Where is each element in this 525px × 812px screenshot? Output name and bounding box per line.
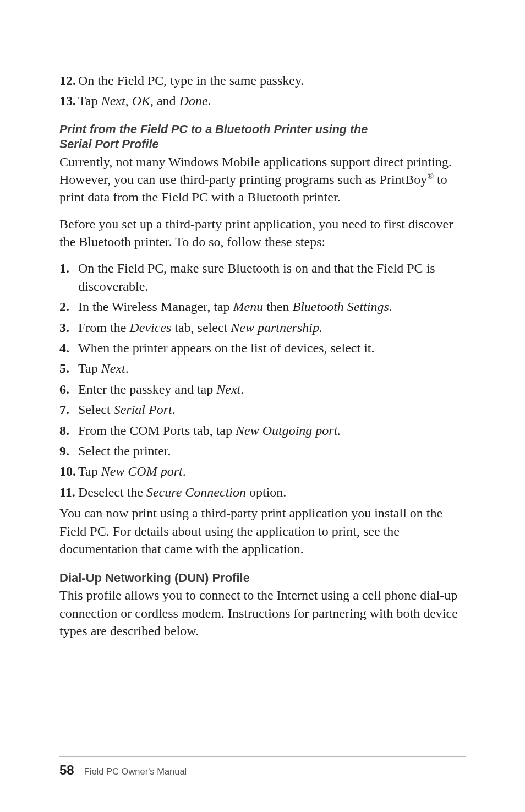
text-italic: Next bbox=[101, 94, 125, 108]
paragraph: This profile allows you to connect to th… bbox=[59, 586, 466, 640]
list-text: Select the printer. bbox=[78, 442, 466, 460]
list-item: 6. Enter the passkey and tap Next. bbox=[59, 380, 466, 398]
text-italic: New COM port bbox=[101, 464, 183, 478]
text-run: Tap bbox=[78, 361, 101, 375]
list-text: In the Wireless Manager, tap Menu then B… bbox=[78, 298, 466, 315]
list-item: 1. On the Field PC, make sure Bluetooth … bbox=[59, 259, 466, 295]
text-run: . bbox=[125, 361, 129, 375]
section-heading: Dial-Up Networking (DUN) Profile bbox=[59, 571, 466, 585]
list-item: 12. On the Field PC, type in the same pa… bbox=[59, 72, 466, 89]
text-run: . bbox=[183, 464, 186, 478]
list-item: 2. In the Wireless Manager, tap Menu the… bbox=[59, 298, 466, 315]
text-run: . bbox=[208, 94, 211, 108]
list-text: On the Field PC, type in the same passke… bbox=[78, 72, 466, 89]
list-text: When the printer appears on the list of … bbox=[78, 339, 466, 357]
list-number: 12. bbox=[59, 72, 78, 89]
text-italic: Devices bbox=[129, 320, 171, 335]
page: 12. On the Field PC, type in the same pa… bbox=[0, 0, 525, 812]
list-number: 3. bbox=[59, 319, 78, 336]
list-item: 7. Select Serial Port. bbox=[59, 401, 466, 418]
list-item: 13. Tap Next, OK, and Done. bbox=[59, 92, 466, 110]
text-run: . bbox=[389, 299, 392, 314]
list-text: On the Field PC, make sure Bluetooth is … bbox=[78, 259, 466, 295]
text-italic: Serial Port bbox=[114, 402, 172, 417]
page-footer: 58 Field PC Owner's Manual bbox=[59, 756, 466, 778]
list-item: 9. Select the printer. bbox=[59, 442, 466, 460]
paragraph: You can now print using a third-party pr… bbox=[59, 504, 466, 558]
text-italic: Done bbox=[179, 94, 208, 108]
section-subheading: Print from the Field PC to a Bluetooth P… bbox=[59, 122, 466, 152]
text-run: option. bbox=[246, 485, 286, 499]
subheading-line: Serial Port Profile bbox=[59, 138, 158, 151]
list-item: 5. Tap Next. bbox=[59, 359, 466, 377]
list-text: From the COM Ports tab, tap New Outgoing… bbox=[78, 422, 466, 439]
list-number: 2. bbox=[59, 298, 78, 315]
list-number: 11. bbox=[59, 483, 78, 501]
text-run: In the Wireless Manager, tap bbox=[78, 299, 233, 314]
list-number: 9. bbox=[59, 442, 78, 460]
text-run: then bbox=[263, 299, 292, 314]
text-italic: New partnership. bbox=[231, 320, 322, 335]
list-number: 13. bbox=[59, 92, 78, 110]
list-item: 3. From the Devices tab, select New part… bbox=[59, 319, 466, 336]
text-italic: Bluetooth Settings bbox=[293, 299, 389, 314]
list-item: 10. Tap New COM port. bbox=[59, 462, 466, 480]
text-run: Tap bbox=[78, 464, 101, 478]
text-italic: Menu bbox=[233, 299, 264, 314]
list-text: Tap New COM port. bbox=[78, 462, 466, 480]
list-item: 8. From the COM Ports tab, tap New Outgo… bbox=[59, 422, 466, 439]
text-run: tab, select bbox=[171, 320, 231, 335]
list-text: Enter the passkey and tap Next. bbox=[78, 380, 466, 398]
list-item: 11. Deselect the Secure Connection optio… bbox=[59, 483, 466, 501]
list-text: Deselect the Secure Connection option. bbox=[78, 483, 466, 501]
text-run: Currently, not many Windows Mobile appli… bbox=[59, 155, 452, 187]
text-run: . bbox=[172, 402, 176, 417]
paragraph: Before you set up a third-party print ap… bbox=[59, 215, 466, 251]
list-text: Tap Next. bbox=[78, 359, 466, 377]
text-italic: Secure Connection bbox=[146, 485, 246, 499]
list-text: From the Devices tab, select New partner… bbox=[78, 319, 466, 336]
list-number: 7. bbox=[59, 401, 78, 418]
list-text: Tap Next, OK, and Done. bbox=[78, 92, 466, 110]
text-run: Deselect the bbox=[78, 485, 146, 499]
text-run: From the bbox=[78, 320, 129, 335]
text-run: From the COM Ports tab, tap bbox=[78, 423, 236, 438]
text-italic: Next bbox=[216, 382, 240, 396]
text-run: Tap bbox=[78, 94, 101, 108]
text-run: Enter the passkey and tap bbox=[78, 382, 216, 396]
numbered-list: 1. On the Field PC, make sure Bluetooth … bbox=[59, 259, 466, 501]
footer-title: Field PC Owner's Manual bbox=[84, 766, 187, 777]
list-number: 1. bbox=[59, 259, 78, 295]
page-number: 58 bbox=[59, 762, 74, 778]
text-italic: OK, bbox=[132, 94, 154, 108]
list-item: 4. When the printer appears on the list … bbox=[59, 339, 466, 357]
list-number: 6. bbox=[59, 380, 78, 398]
list-number: 4. bbox=[59, 339, 78, 357]
numbered-list-continuation: 12. On the Field PC, type in the same pa… bbox=[59, 72, 466, 110]
text-run: . bbox=[240, 382, 244, 396]
text-run: and bbox=[154, 94, 179, 108]
text-run: Select bbox=[78, 402, 114, 417]
list-number: 5. bbox=[59, 359, 78, 377]
list-text: Select Serial Port. bbox=[78, 401, 466, 418]
registered-mark-icon: ® bbox=[427, 171, 434, 181]
list-number: 10. bbox=[59, 462, 78, 480]
text-italic: New Outgoing port. bbox=[236, 423, 341, 438]
subheading-line: Print from the Field PC to a Bluetooth P… bbox=[59, 123, 368, 136]
text-run: , bbox=[125, 94, 132, 108]
text-italic: Next bbox=[101, 361, 125, 375]
list-number: 8. bbox=[59, 422, 78, 439]
paragraph: Currently, not many Windows Mobile appli… bbox=[59, 153, 466, 206]
